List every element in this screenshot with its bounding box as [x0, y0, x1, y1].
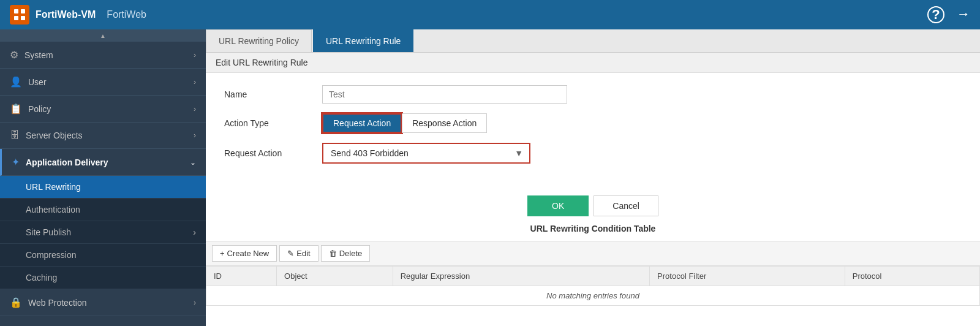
tab-url-rewriting-policy[interactable]: URL Rewriting Policy [206, 29, 312, 52]
logout-icon[interactable]: → [957, 6, 970, 23]
web-protection-icon: 🔒 [10, 297, 22, 308]
top-nav: FortiWeb-VM FortiWeb ? → [0, 0, 980, 29]
application-delivery-icon: ✦ [12, 156, 20, 168]
main-layout: ▲ ⚙ System › 👤 User › 📋 Policy › [0, 29, 980, 326]
content-area: URL Rewriting Policy URL Rewriting Rule … [206, 29, 980, 326]
sidebar-item-web-protection[interactable]: 🔒 Web Protection › [0, 289, 206, 316]
sidebar-item-compression[interactable]: Compression [0, 244, 206, 267]
nav-actions: ? → [927, 6, 970, 23]
sidebar-label-policy: Policy [28, 104, 51, 114]
scroll-indicator: ▲ [0, 29, 206, 42]
trash-icon: 🗑 [329, 249, 337, 258]
chevron-icon: › [193, 227, 196, 237]
chevron-icon: › [194, 298, 196, 307]
create-new-button[interactable]: + Create New [212, 245, 277, 262]
app-name: FortiWeb-VM [36, 9, 96, 20]
tab-bar: URL Rewriting Policy URL Rewriting Rule [206, 29, 980, 53]
request-action-row: Request Action Send 403 Forbidden Redire… [224, 143, 962, 164]
table-row-empty: No matching entries found [206, 286, 980, 306]
system-icon: ⚙ [10, 49, 18, 61]
logo-area: FortiWeb-VM FortiWeb [10, 5, 146, 25]
plus-icon: + [220, 249, 225, 258]
sidebar-label-system: System [24, 50, 53, 60]
product-name: FortiWeb [107, 9, 146, 20]
request-action-label: Request Action [224, 148, 322, 158]
response-action-btn[interactable]: Response Action [402, 113, 487, 133]
ok-button[interactable]: OK [527, 195, 589, 216]
submenu-application-delivery: URL Rewriting Authentication Site Publis… [0, 176, 206, 289]
col-protocol: Protocol [845, 267, 979, 286]
name-row: Name [224, 85, 962, 104]
name-input[interactable] [322, 85, 567, 104]
action-type-row: Action Type Request Action Response Acti… [224, 113, 962, 133]
cancel-button[interactable]: Cancel [594, 195, 658, 216]
edit-button[interactable]: ✎ Edit [279, 245, 318, 262]
server-objects-icon: 🗄 [10, 130, 20, 141]
form-area: Name Action Type Request Action Response… [206, 73, 980, 186]
content-body: Edit URL Rewriting Rule Name Action Type… [206, 53, 980, 326]
app-logo [10, 5, 29, 25]
sidebar-item-policy[interactable]: 📋 Policy › [0, 96, 206, 123]
sidebar-item-site-publish[interactable]: Site Publish › [0, 221, 206, 244]
svg-rect-2 [14, 16, 18, 20]
col-protocol-filter: Protocol Filter [650, 267, 845, 286]
sidebar-label-web-protection: Web Protection [28, 298, 86, 308]
svg-rect-3 [21, 16, 25, 20]
request-action-btn[interactable]: Request Action [322, 113, 402, 133]
delete-button[interactable]: 🗑 Delete [321, 245, 371, 262]
name-label: Name [224, 89, 322, 99]
condition-table: ID Object Regular Expression Protocol Fi… [206, 266, 980, 306]
tab-url-rewriting-rule[interactable]: URL Rewriting Rule [313, 29, 413, 52]
col-regex: Regular Expression [393, 267, 649, 286]
action-type-group: Request Action Response Action [322, 113, 487, 133]
col-object: Object [277, 267, 393, 286]
sidebar-item-url-rewriting[interactable]: URL Rewriting [0, 176, 206, 199]
table-toolbar: + Create New ✎ Edit 🗑 Delete [206, 241, 980, 266]
edit-header: Edit URL Rewriting Rule [206, 53, 980, 73]
chevron-icon: › [194, 78, 196, 86]
user-icon: 👤 [10, 76, 22, 88]
form-buttons: OK Cancel [206, 195, 980, 216]
request-action-select-wrapper: Send 403 Forbidden Redirect Rewrite ▼ [322, 143, 530, 164]
chevron-icon: › [194, 105, 196, 113]
sidebar: ▲ ⚙ System › 👤 User › 📋 Policy › [0, 29, 206, 326]
col-id: ID [206, 267, 277, 286]
action-type-label: Action Type [224, 118, 322, 128]
condition-table-title: URL Rewriting Condition Table [206, 221, 980, 236]
request-action-select[interactable]: Send 403 Forbidden Redirect Rewrite [323, 144, 529, 162]
chevron-down-icon: ⌄ [190, 158, 196, 167]
svg-rect-1 [21, 9, 25, 13]
sidebar-label-server-objects: Server Objects [26, 131, 83, 140]
chevron-icon: › [194, 131, 196, 140]
sidebar-item-caching[interactable]: Caching [0, 267, 206, 289]
help-icon[interactable]: ? [927, 6, 944, 23]
svg-rect-0 [14, 9, 18, 13]
sidebar-item-system[interactable]: ⚙ System › [0, 42, 206, 69]
edit-icon: ✎ [287, 249, 294, 258]
sidebar-item-application-delivery[interactable]: ✦ Application Delivery ⌄ [0, 149, 206, 176]
sidebar-label-user: User [28, 77, 47, 87]
sidebar-item-user[interactable]: 👤 User › [0, 69, 206, 96]
sidebar-item-authentication[interactable]: Authentication [0, 199, 206, 221]
chevron-icon: › [194, 51, 196, 59]
policy-icon: 📋 [10, 103, 22, 115]
sidebar-item-server-objects[interactable]: 🗄 Server Objects › [0, 123, 206, 149]
sidebar-label-application-delivery: Application Delivery [26, 157, 108, 167]
no-entries-text: No matching entries found [206, 286, 980, 306]
